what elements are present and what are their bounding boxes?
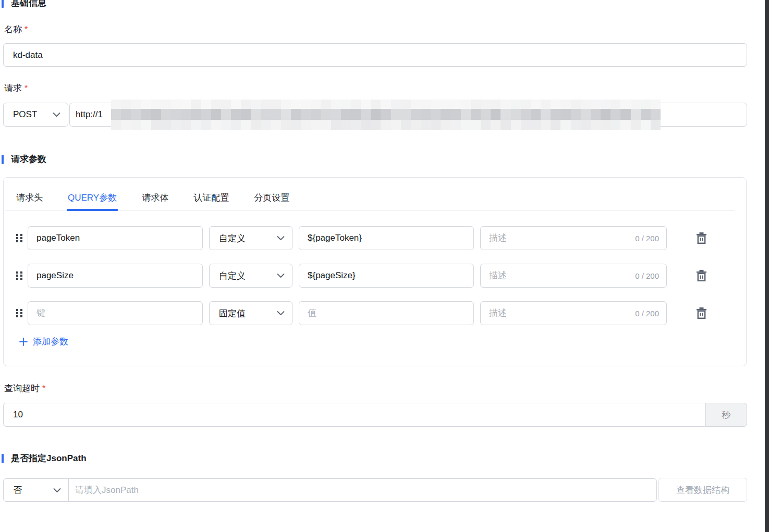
chevron-down-icon	[277, 311, 285, 316]
chevron-down-icon	[53, 488, 61, 493]
jsonpath-toggle-select[interactable]: 否	[4, 479, 69, 501]
request-field-label: 请求*	[4, 82, 28, 94]
jsonpath-input-group: 否	[3, 478, 657, 502]
trash-icon	[695, 307, 707, 320]
param-row: 自定义 0 / 200	[4, 264, 746, 288]
jsonpath-toggle-value: 否	[13, 484, 22, 496]
param-desc-input[interactable]	[480, 226, 667, 250]
param-key-input[interactable]	[28, 226, 203, 250]
chevron-down-icon	[277, 273, 285, 278]
param-key-input[interactable]	[28, 301, 203, 325]
section-marker-bar	[2, 155, 4, 164]
param-value-input[interactable]	[299, 264, 474, 288]
plus-icon	[19, 338, 28, 346]
tab-auth-config[interactable]: 认证配置	[193, 192, 229, 211]
request-params-panel: 请求头 QUERY参数 请求体 认证配置 分页设置 自定义 0 / 200	[3, 177, 747, 366]
timeout-input[interactable]	[3, 403, 705, 427]
delete-row-button[interactable]	[695, 269, 707, 282]
section-marker-bar	[2, 454, 4, 463]
jsonpath-section-header: 是否指定JsonPath	[2, 452, 87, 464]
delete-row-button[interactable]	[695, 306, 707, 320]
params-tab-bar: 请求头 QUERY参数 请求体 认证配置 分页设置	[5, 178, 735, 211]
param-value-input[interactable]	[299, 301, 474, 325]
param-row: 自定义 0 / 200	[4, 226, 746, 250]
param-row: 固定值 0 / 200	[4, 301, 746, 325]
delete-row-button[interactable]	[695, 231, 707, 245]
param-desc-field: 0 / 200	[480, 264, 667, 288]
param-type-select[interactable]: 自定义	[209, 264, 292, 288]
request-params-title: 请求参数	[11, 153, 46, 165]
trash-icon	[695, 232, 707, 245]
chevron-down-icon	[277, 236, 285, 241]
param-desc-input[interactable]	[480, 301, 667, 325]
param-type-select[interactable]: 自定义	[209, 226, 292, 250]
drag-handle-icon[interactable]	[16, 309, 23, 317]
scrollbar[interactable]	[765, 0, 769, 532]
timeout-field: 秒	[3, 403, 747, 427]
datasource-config-page: 基础信息 名称* 请求* POST 请求参数 请求头 QUERY参数 请求体 认…	[0, 0, 769, 532]
add-param-label: 添加参数	[33, 336, 68, 348]
param-desc-field: 0 / 200	[480, 226, 667, 250]
param-desc-input[interactable]	[480, 264, 667, 288]
drag-handle-icon[interactable]	[16, 234, 23, 242]
chevron-down-icon	[53, 112, 60, 117]
basic-info-section-header: 基础信息	[2, 0, 46, 9]
trash-icon	[695, 269, 707, 282]
basic-info-title: 基础信息	[11, 0, 46, 9]
required-asterisk: *	[42, 384, 45, 393]
jsonpath-input[interactable]	[69, 479, 656, 501]
required-asterisk: *	[25, 25, 28, 34]
name-field-label: 名称*	[4, 23, 28, 35]
timeout-field-label: 查询超时*	[4, 382, 45, 394]
drag-handle-icon[interactable]	[16, 271, 23, 280]
timeout-unit-addon: 秒	[705, 403, 747, 427]
section-marker-bar	[2, 0, 4, 8]
param-desc-field: 0 / 200	[480, 301, 667, 325]
tab-pagination[interactable]: 分页设置	[254, 192, 289, 211]
http-method-select[interactable]: POST	[3, 103, 68, 127]
tab-request-body[interactable]: 请求体	[142, 192, 168, 211]
url-redaction	[111, 100, 661, 130]
param-value-input[interactable]	[299, 226, 474, 250]
request-params-section-header: 请求参数	[2, 153, 46, 165]
tab-query-params[interactable]: QUERY参数	[68, 192, 117, 211]
view-data-structure-button[interactable]: 查看数据结构	[658, 478, 747, 502]
add-param-button[interactable]: 添加参数	[19, 336, 68, 348]
http-method-value: POST	[13, 109, 37, 120]
param-type-select[interactable]: 固定值	[209, 301, 292, 325]
param-type-value: 自定义	[219, 270, 246, 282]
tab-request-headers[interactable]: 请求头	[16, 192, 43, 211]
jsonpath-title: 是否指定JsonPath	[11, 452, 87, 464]
param-type-value: 固定值	[219, 307, 246, 319]
required-asterisk: *	[25, 84, 28, 93]
param-key-input[interactable]	[28, 264, 203, 288]
name-input[interactable]	[3, 43, 747, 67]
param-type-value: 自定义	[219, 232, 246, 244]
